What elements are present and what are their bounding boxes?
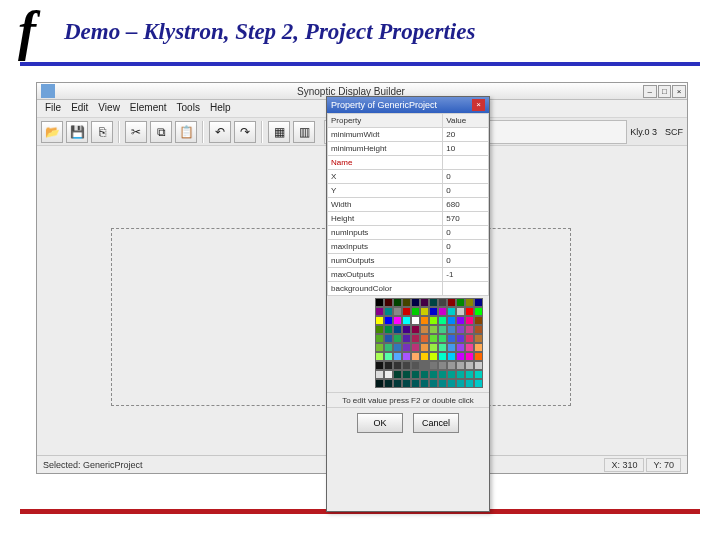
open-icon[interactable]: 📂 <box>41 121 63 143</box>
color-swatch[interactable] <box>456 298 465 307</box>
menu-tools[interactable]: Tools <box>177 102 200 115</box>
color-swatch[interactable] <box>447 352 456 361</box>
color-swatch[interactable] <box>384 334 393 343</box>
color-swatch[interactable] <box>474 298 483 307</box>
color-swatch[interactable] <box>447 334 456 343</box>
minimize-button[interactable]: – <box>643 85 657 98</box>
table-row[interactable]: maxInputs0 <box>328 240 489 254</box>
color-swatch[interactable] <box>375 316 384 325</box>
color-swatch[interactable] <box>393 334 402 343</box>
color-swatch[interactable] <box>447 298 456 307</box>
save-icon[interactable]: 💾 <box>66 121 88 143</box>
table-row[interactable]: backgroundColor <box>328 282 489 296</box>
color-swatch[interactable] <box>411 352 420 361</box>
color-swatch[interactable] <box>456 361 465 370</box>
color-swatch[interactable] <box>465 334 474 343</box>
menu-file[interactable]: File <box>45 102 61 115</box>
color-swatch[interactable] <box>474 361 483 370</box>
color-swatch[interactable] <box>393 370 402 379</box>
color-swatch[interactable] <box>393 307 402 316</box>
color-swatch[interactable] <box>474 352 483 361</box>
color-swatch[interactable] <box>447 316 456 325</box>
close-button[interactable]: × <box>672 85 686 98</box>
color-swatch[interactable] <box>393 361 402 370</box>
prop-value[interactable]: 0 <box>443 170 489 184</box>
table-row[interactable]: Y0 <box>328 184 489 198</box>
group-icon[interactable]: ▦ <box>268 121 290 143</box>
color-swatch[interactable] <box>375 352 384 361</box>
table-row[interactable]: Height570 <box>328 212 489 226</box>
color-swatch[interactable] <box>420 316 429 325</box>
color-swatch[interactable] <box>420 379 429 388</box>
color-swatch[interactable] <box>411 316 420 325</box>
table-row[interactable]: numInputs0 <box>328 226 489 240</box>
paste-icon[interactable]: 📋 <box>175 121 197 143</box>
maximize-button[interactable]: □ <box>658 85 672 98</box>
color-swatch[interactable] <box>402 361 411 370</box>
table-row[interactable]: minimumWidt20 <box>328 128 489 142</box>
table-row[interactable]: maxOutputs-1 <box>328 268 489 282</box>
color-swatch[interactable] <box>375 298 384 307</box>
color-swatch[interactable] <box>465 370 474 379</box>
prop-value[interactable]: 0 <box>443 184 489 198</box>
color-swatch[interactable] <box>402 316 411 325</box>
color-swatch[interactable] <box>375 325 384 334</box>
color-swatch[interactable] <box>420 325 429 334</box>
color-swatch[interactable] <box>393 379 402 388</box>
table-row[interactable]: minimumHeight10 <box>328 142 489 156</box>
color-swatch[interactable] <box>393 298 402 307</box>
undo-icon[interactable]: ↶ <box>209 121 231 143</box>
dialog-titlebar[interactable]: Property of GenericProject × <box>327 97 489 113</box>
color-swatch[interactable] <box>393 325 402 334</box>
color-swatch[interactable] <box>402 298 411 307</box>
color-swatch[interactable] <box>438 325 447 334</box>
prop-value[interactable] <box>443 282 489 296</box>
prop-value[interactable]: 0 <box>443 254 489 268</box>
color-swatch[interactable] <box>429 352 438 361</box>
color-swatch[interactable] <box>411 379 420 388</box>
color-swatch[interactable] <box>456 316 465 325</box>
color-swatch[interactable] <box>438 298 447 307</box>
color-swatch[interactable] <box>438 361 447 370</box>
color-swatch[interactable] <box>429 298 438 307</box>
color-swatch[interactable] <box>429 307 438 316</box>
color-swatch[interactable] <box>438 370 447 379</box>
color-swatch[interactable] <box>411 307 420 316</box>
color-swatch[interactable] <box>375 334 384 343</box>
color-swatch[interactable] <box>420 307 429 316</box>
color-swatch[interactable] <box>456 370 465 379</box>
color-swatch[interactable] <box>402 379 411 388</box>
prop-value[interactable]: 20 <box>443 128 489 142</box>
prop-value[interactable]: 10 <box>443 142 489 156</box>
prop-value[interactable]: 570 <box>443 212 489 226</box>
prop-value[interactable]: 680 <box>443 198 489 212</box>
color-swatch[interactable] <box>465 298 474 307</box>
system-menu-icon[interactable] <box>41 84 55 98</box>
color-swatch[interactable] <box>420 352 429 361</box>
color-swatch[interactable] <box>384 370 393 379</box>
color-swatch[interactable] <box>402 334 411 343</box>
color-swatch[interactable] <box>474 343 483 352</box>
color-swatch[interactable] <box>438 307 447 316</box>
color-swatch[interactable] <box>456 307 465 316</box>
col-value[interactable]: Value <box>443 114 489 128</box>
color-swatch[interactable] <box>447 343 456 352</box>
color-swatch[interactable] <box>429 370 438 379</box>
copy-icon[interactable]: ⧉ <box>150 121 172 143</box>
color-swatch[interactable] <box>384 361 393 370</box>
color-swatch[interactable] <box>411 343 420 352</box>
color-swatch[interactable] <box>465 379 474 388</box>
color-swatch[interactable] <box>375 379 384 388</box>
color-swatch[interactable] <box>447 361 456 370</box>
color-swatch[interactable] <box>447 370 456 379</box>
color-swatch[interactable] <box>465 343 474 352</box>
prop-value[interactable]: 0 <box>443 226 489 240</box>
color-swatch[interactable] <box>384 307 393 316</box>
color-swatch[interactable] <box>474 334 483 343</box>
color-swatch[interactable] <box>375 361 384 370</box>
color-swatch[interactable] <box>447 325 456 334</box>
color-swatch[interactable] <box>456 379 465 388</box>
color-swatch[interactable] <box>420 361 429 370</box>
color-swatch[interactable] <box>411 361 420 370</box>
color-swatch[interactable] <box>456 325 465 334</box>
